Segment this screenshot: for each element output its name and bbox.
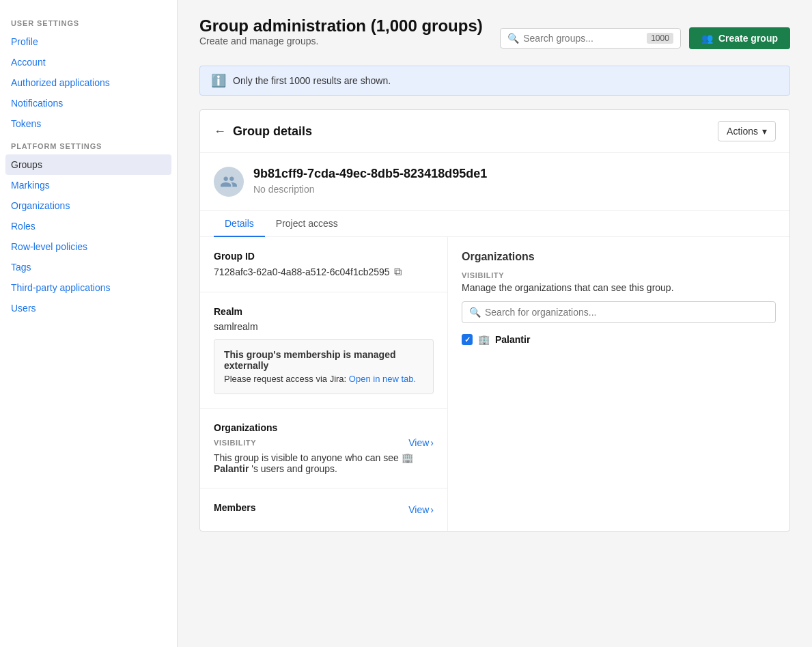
members-label: Members bbox=[214, 502, 255, 513]
search-count: 1000 bbox=[647, 33, 673, 44]
sidebar-item-account[interactable]: Account bbox=[0, 52, 177, 72]
tab-details[interactable]: Details bbox=[214, 211, 265, 237]
managed-externally-box: This group's membership is managed exter… bbox=[214, 339, 434, 394]
org-checkbox-palantir[interactable] bbox=[462, 334, 473, 345]
create-group-label: Create group bbox=[718, 33, 778, 44]
panel-title: Group details bbox=[233, 124, 312, 139]
page-header: Group administration (1,000 groups) Crea… bbox=[199, 16, 790, 60]
members-header: Members View › bbox=[214, 502, 434, 517]
group-name-desc: 9b81cff9-7cda-49ec-8db5-823418d95de1 No … bbox=[253, 167, 487, 195]
sidebar-item-users[interactable]: Users bbox=[0, 298, 177, 318]
visibility-label-left: VISIBILITY bbox=[214, 439, 256, 447]
view-link[interactable]: View › bbox=[408, 437, 434, 448]
group-description: No description bbox=[253, 184, 487, 195]
org-list-item-palantir[interactable]: 🏢 Palantir bbox=[462, 330, 776, 349]
organizations-left-title: Organizations bbox=[214, 422, 434, 433]
main-content: Group administration (1,000 groups) Crea… bbox=[178, 0, 812, 647]
org-search-icon: 🔍 bbox=[469, 307, 481, 318]
sidebar-item-tokens[interactable]: Tokens bbox=[0, 113, 177, 134]
sidebar: USER SETTINGS Profile Account Authorized… bbox=[0, 0, 178, 647]
sidebar-item-row-level-policies[interactable]: Row-level policies bbox=[0, 236, 177, 257]
sidebar-item-authorized-applications[interactable]: Authorized applications bbox=[0, 72, 177, 93]
sidebar-item-groups[interactable]: Groups bbox=[5, 154, 171, 175]
members-view-label: View bbox=[408, 504, 429, 515]
panel-header-left: ← Group details bbox=[214, 124, 312, 139]
members-view-link[interactable]: View › bbox=[408, 504, 434, 515]
org-desc-name: Palantir bbox=[214, 463, 249, 474]
actions-button[interactable]: Actions ▾ bbox=[718, 121, 776, 141]
copy-group-id-button[interactable]: ⧉ bbox=[394, 266, 402, 278]
org-item-icon-palantir: 🏢 bbox=[478, 334, 490, 345]
group-info: 9b81cff9-7cda-49ec-8db5-823418d95de1 No … bbox=[200, 153, 789, 211]
organizations-right-title: Organizations bbox=[462, 251, 776, 263]
org-item-name-palantir: Palantir bbox=[495, 334, 530, 345]
sidebar-item-markings[interactable]: Markings bbox=[0, 175, 177, 195]
members-section: Members View › bbox=[200, 488, 447, 531]
visibility-sub-label: VISIBILITY bbox=[462, 271, 776, 279]
groups-search-box: 🔍 1000 bbox=[500, 28, 681, 49]
group-id-label: Group ID bbox=[214, 251, 434, 262]
open-in-new-tab-link[interactable]: Open in new tab. bbox=[349, 374, 416, 384]
group-id-section: Group ID 7128afc3-62a0-4a88-a512-6c04f1c… bbox=[200, 237, 447, 292]
org-search-input[interactable] bbox=[485, 307, 768, 318]
page-title: Group administration (1,000 groups) bbox=[199, 16, 483, 36]
org-desc-prefix: This group is visible to anyone who can … bbox=[214, 452, 399, 463]
members-chevron-icon: › bbox=[430, 504, 434, 515]
panel-header: ← Group details Actions ▾ bbox=[200, 110, 789, 153]
groups-search-input[interactable] bbox=[523, 33, 643, 44]
tabs: Details Project access bbox=[200, 211, 789, 237]
group-id-value-row: 7128afc3-62a0-4a88-a512-6c04f1cb2595 ⧉ bbox=[214, 266, 434, 278]
org-visibility-desc: This group is visible to anyone who can … bbox=[214, 452, 434, 474]
panel-content: Group ID 7128afc3-62a0-4a88-a512-6c04f1c… bbox=[200, 237, 789, 531]
sidebar-item-tags[interactable]: Tags bbox=[0, 257, 177, 277]
org-search-box: 🔍 bbox=[462, 301, 776, 323]
left-column: Group ID 7128afc3-62a0-4a88-a512-6c04f1c… bbox=[200, 237, 448, 531]
managed-box-desc-text: Please request access via Jira: bbox=[224, 374, 346, 384]
view-label: View bbox=[408, 437, 429, 448]
group-avatar-icon bbox=[220, 173, 238, 191]
actions-label: Actions bbox=[727, 126, 758, 137]
chevron-down-icon: ▾ bbox=[762, 126, 767, 137]
group-details-panel: ← Group details Actions ▾ 9b81cff9-7cda-… bbox=[199, 109, 790, 532]
header-actions: 🔍 1000 👥 Create group bbox=[500, 27, 790, 49]
managed-box-title: This group's membership is managed exter… bbox=[224, 349, 423, 371]
create-group-button[interactable]: 👥 Create group bbox=[689, 27, 790, 49]
managed-box-desc: Please request access via Jira: Open in … bbox=[224, 374, 423, 384]
sidebar-item-third-party-applications[interactable]: Third-party applications bbox=[0, 277, 177, 298]
user-settings-label: USER SETTINGS bbox=[0, 11, 177, 31]
realm-value: samlrealm bbox=[214, 321, 434, 332]
tab-project-access[interactable]: Project access bbox=[265, 211, 349, 237]
back-button[interactable]: ← bbox=[214, 124, 226, 139]
group-name: 9b81cff9-7cda-49ec-8db5-823418d95de1 bbox=[253, 167, 487, 181]
organizations-left-section: Organizations VISIBILITY View › This gro… bbox=[200, 409, 447, 488]
org-manage-desc: Manage the organizations that can see th… bbox=[462, 282, 776, 293]
realm-label: Realm bbox=[214, 306, 434, 317]
search-icon: 🔍 bbox=[507, 33, 519, 44]
platform-settings-label: PLATFORM SETTINGS bbox=[0, 134, 177, 154]
info-icon: ℹ️ bbox=[211, 73, 226, 88]
sidebar-item-roles[interactable]: Roles bbox=[0, 216, 177, 236]
group-id-value: 7128afc3-62a0-4a88-a512-6c04f1cb2595 bbox=[214, 266, 390, 277]
right-column: Organizations VISIBILITY Manage the orga… bbox=[448, 237, 789, 531]
org-desc-suffix: 's users and groups. bbox=[251, 463, 337, 474]
info-banner-text: Only the first 1000 results are shown. bbox=[233, 75, 391, 86]
chevron-right-icon: › bbox=[430, 437, 434, 448]
sidebar-item-notifications[interactable]: Notifications bbox=[0, 93, 177, 113]
sidebar-item-profile[interactable]: Profile bbox=[0, 31, 177, 52]
orgs-header: VISIBILITY View › bbox=[214, 437, 434, 448]
group-avatar bbox=[214, 167, 244, 197]
realm-section: Realm samlrealm This group's membership … bbox=[200, 292, 447, 409]
create-group-icon: 👥 bbox=[701, 33, 713, 44]
org-desc-icon: 🏢 bbox=[402, 452, 413, 463]
info-banner: ℹ️ Only the first 1000 results are shown… bbox=[199, 66, 790, 96]
sidebar-item-organizations[interactable]: Organizations bbox=[0, 195, 177, 216]
page-subtitle: Create and manage groups. bbox=[199, 36, 483, 46]
